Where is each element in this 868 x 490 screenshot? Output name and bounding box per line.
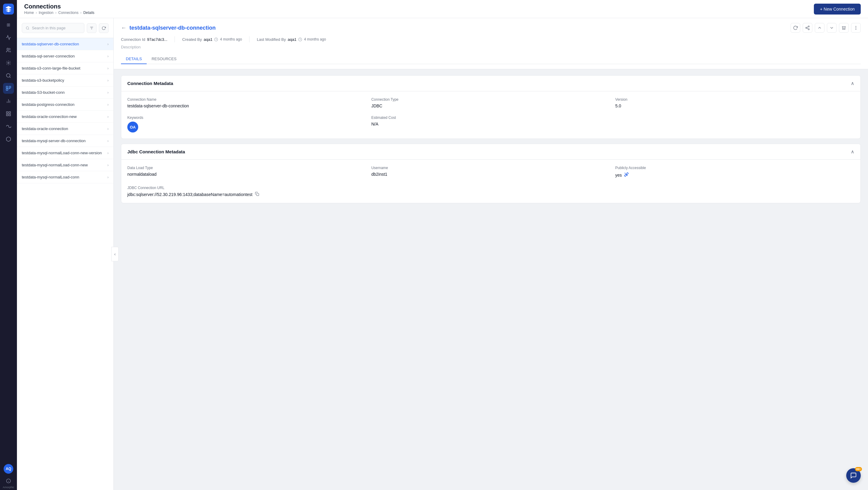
sidebar-item-3[interactable]: testdata-s3-conn-large-file-bucket › [17,62,114,74]
created-by-value: aqa1 [204,37,213,42]
breadcrumb-home[interactable]: Home [24,10,34,15]
keywords-area: OA [127,122,367,132]
tab-details[interactable]: DETAILS [121,54,147,64]
svg-point-23 [806,27,807,28]
app-logo[interactable] [3,4,14,14]
svg-rect-10 [6,112,8,113]
sidebar-list: testdata-sqlserver-db-connection › testd… [17,38,114,490]
nav-icon-person-search[interactable] [3,70,14,81]
connection-name-field: Connection Name testdata-sqlserver-db-co… [127,97,367,108]
sidebar-item-10[interactable]: testdata-mysql-normalLoad-conn-new-versi… [17,147,114,159]
sidebar-item-5[interactable]: testdata-S3-bucket-conn › [17,87,114,99]
estimated-cost-label: Estimated Cost [371,116,611,120]
estimated-cost-field: Estimated Cost N/A [371,116,611,132]
breadcrumb-sep-2: › [55,10,57,15]
detail-panel: ← testdata-sqlserver-db-connection [114,18,868,490]
sidebar-item-text-9: testdata-mysql-server-db-connection [22,139,107,143]
meta-connection-id: Connection Id 97ac7dc3... [121,37,175,42]
sidebar-item-text-2: testdata-sql-server-connection [22,54,107,58]
detail-header: ← testdata-sqlserver-db-connection [114,18,868,69]
keywords-label: Keywords [127,116,367,120]
sidebar-item-11[interactable]: testdata-mysql-normalLoad-conn-new › [17,159,114,171]
estimated-cost-value: N/A [371,122,611,126]
jdbc-url-label: JDBC Connection URL [127,186,855,190]
history-button[interactable] [839,23,849,33]
sidebar-item-text-10: testdata-mysql-normalLoad-conn-new-versi… [22,151,107,155]
connection-type-field: Connection Type JDBC [371,97,611,108]
sidebar-search-area [17,18,114,38]
sidebar-item-text-12: testdata-mysql-normalLoad-conn [22,175,107,179]
breadcrumb-connections[interactable]: Connections [58,10,79,15]
nav-icon-activity[interactable] [3,32,14,43]
sidebar-item-8[interactable]: testdata-oracle-connection › [17,123,114,135]
sidebar-item-9[interactable]: testdata-mysql-server-db-connection › [17,135,114,147]
chevron-up-button[interactable] [815,23,825,33]
meta-separator-1 [175,36,175,42]
more-options-button[interactable] [851,23,861,33]
created-by-label: Created By [182,37,202,42]
jdbc-url-value: jdbc:sqlserver://52.30.219.96:1433;datab… [127,192,252,197]
user-avatar-nav[interactable]: AQ [4,464,13,474]
nav-icon-home[interactable]: ⊞ [3,19,14,30]
copy-button[interactable] [255,192,259,197]
collapse-connection-metadata-button[interactable]: ∧ [851,81,855,86]
nav-icon-waves[interactable] [3,121,14,132]
meta-modified-by: Last Modified By aqa1 4 months ago [257,37,333,42]
sidebar-item-2[interactable]: testdata-sql-server-connection › [17,50,114,62]
nav-icon-chart[interactable] [3,96,14,106]
amorphic-label: Amorphic [0,485,17,490]
detail-title-row: ← testdata-sqlserver-db-connection [121,23,861,33]
refresh-button[interactable] [99,23,108,33]
detail-connection-title[interactable]: testdata-sqlserver-db-connection [129,25,216,31]
sidebar-item-text-7: testdata-oracle-connection-new [22,114,107,119]
svg-line-26 [807,27,808,28]
nav-icon-users[interactable] [3,45,14,56]
chevron-down-button[interactable] [827,23,837,33]
svg-line-32 [626,174,627,175]
sidebar-item-6[interactable]: testdata-postgress-connection › [17,99,114,111]
data-load-type-value: normaldataload [127,172,367,177]
collapse-jdbc-metadata-button[interactable]: ∧ [851,149,855,155]
nav-icon-settings[interactable] [3,58,14,68]
chevron-icon-11: › [107,163,108,167]
sidebar-item-4[interactable]: testdata-s3-bucketpolicy › [17,74,114,87]
sidebar-item-12[interactable]: testdata-mysql-normalLoad-conn › [17,171,114,183]
svg-rect-5 [9,86,10,88]
nav-icon-box[interactable] [3,134,14,145]
keywords-field: Keywords OA [127,116,367,132]
tab-resources[interactable]: RESOURCES [147,54,181,64]
sidebar-item-7[interactable]: testdata-oracle-connection-new › [17,111,114,123]
sidebar: testdata-sqlserver-db-connection › testd… [17,18,114,490]
search-box[interactable] [22,23,84,33]
new-connection-button[interactable]: + New Connection [814,4,861,14]
breadcrumb: Home › Ingestion › Connections › Details [24,10,94,15]
username-value: db2inst1 [371,172,611,177]
data-load-type-label: Data Load Type [127,166,367,170]
svg-line-18 [28,29,29,29]
chevron-icon-2: › [107,54,108,58]
sidebar-collapse-button[interactable]: ‹ [111,247,119,261]
sidebar-item-text-4: testdata-s3-bucketpolicy [22,78,107,83]
nav-icon-grid[interactable] [3,108,14,119]
svg-rect-33 [256,193,259,196]
chevron-down-icon [829,25,834,30]
sidebar-item-text-6: testdata-postgress-connection [22,102,107,107]
nav-icon-connections[interactable] [3,83,14,94]
page-title: Connections [24,3,94,10]
back-button[interactable]: ← [121,25,126,31]
refresh-detail-button[interactable] [790,23,800,33]
breadcrumb-ingestion[interactable]: Ingestion [39,10,54,15]
data-load-type-field: Data Load Type normaldataload [127,166,367,179]
detail-title-left: ← testdata-sqlserver-db-connection [121,25,216,31]
detail-content: Connection Metadata ∧ Connection Name te… [114,69,868,490]
svg-point-22 [808,26,809,27]
search-input[interactable] [32,26,81,30]
svg-point-28 [856,28,856,28]
chat-button[interactable]: 99+ [846,468,861,483]
share-button[interactable] [803,23,812,33]
top-header: Connections Home › Ingestion › Connectio… [17,0,868,18]
filter-button[interactable] [87,23,96,33]
jdbc-url-row: jdbc:sqlserver://52.30.219.96:1433;datab… [127,192,855,197]
modified-by-value: aqa1 [288,37,297,42]
sidebar-item-1[interactable]: testdata-sqlserver-db-connection › [17,38,114,50]
